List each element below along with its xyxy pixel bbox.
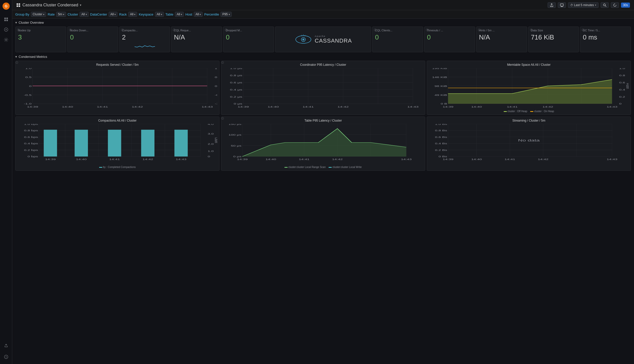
host-arrow: ▾ (200, 13, 201, 16)
streaming-title: Streaming / Cluster / 5m (429, 119, 629, 122)
svg-text:98 KiB: 98 KiB (434, 85, 447, 87)
coordinator-latency-chart: 1.0 μs 0.8 μs 0.6 μs 0.4 μs 0.2 μs 0 μs … (223, 68, 423, 109)
svg-marker-93 (448, 80, 612, 104)
home-icon[interactable] (2, 15, 10, 23)
cql-requests-card: ⓘ CQL Reque... N/A (171, 27, 222, 52)
svg-text:0.8: 0.8 (619, 74, 625, 77)
cql-requests-info[interactable]: ⓘ (173, 28, 175, 32)
nodes-down-info[interactable]: ⓘ (69, 28, 72, 32)
dashboard-icon[interactable] (2, 25, 10, 34)
svg-rect-2 (4, 18, 6, 19)
compactions-panel: Compactions All.All / Cluster (15, 116, 219, 171)
svg-text:0: 0 (215, 85, 217, 87)
svg-point-8 (5, 39, 7, 41)
svg-text:14:40: 14:40 (471, 158, 482, 160)
timeouts-info[interactable]: ⓘ (426, 28, 429, 32)
svg-text:14:39: 14:39 (443, 158, 454, 160)
table-latency-legend: cluster:cluster Local Range Scan cluster… (223, 166, 423, 168)
svg-rect-3 (6, 18, 8, 19)
nodes-up-info[interactable]: ⓘ (17, 28, 20, 32)
cluster-overview-chevron[interactable]: ▾ (15, 21, 17, 24)
requests-served-chart: 1.0 0.5 0 -0.5 -1.0 1.0 0.5 0 -0.5 -1.0 (18, 68, 217, 109)
nodes-up-card: ⓘ Nodes Up 3 (15, 27, 66, 52)
svg-text:49 KiB: 49 KiB (434, 94, 447, 96)
time-range-selector[interactable]: ⏱ Last 5 minutes ▾ (568, 2, 599, 8)
cluster-groupby-select[interactable]: Cluster ▾ (31, 12, 46, 17)
svg-text:146 KiB: 146 KiB (432, 76, 447, 79)
compaction-info[interactable]: ⓘ (121, 28, 124, 32)
datacenter-select[interactable]: All ▾ (109, 12, 118, 17)
rate-select[interactable]: 5m ▾ (56, 12, 66, 17)
svg-text:1.0: 1.0 (25, 68, 32, 70)
table-latency-title: Table P95 Latency / Cluster (223, 119, 423, 122)
svg-text:14:43: 14:43 (407, 106, 419, 108)
data-size-card: ⓘ Data Size 716 KiB (528, 27, 579, 52)
help-icon[interactable]: ? (2, 353, 10, 361)
sidebar: G ? (0, 0, 12, 364)
table-latency-info[interactable]: ⓘ (221, 117, 224, 120)
host-select[interactable]: All ▾ (194, 12, 203, 17)
cassandra-eye-icon (294, 33, 312, 46)
rack-label: Rack (119, 12, 127, 16)
charts-grid: ⓘ Requests Served / Cluster / 5m (15, 61, 631, 171)
share-button[interactable] (548, 2, 556, 8)
cql-clients-value: 0 (375, 34, 420, 41)
dropped-messages-info[interactable]: ⓘ (225, 28, 227, 32)
memtable-space-title: Memtable Space All.All / Cluster (429, 63, 629, 67)
data-size-info[interactable]: ⓘ (530, 28, 533, 32)
percentile-select[interactable]: P95 ▾ (221, 12, 231, 17)
svg-rect-11 (17, 3, 18, 5)
svg-marker-155 (242, 128, 406, 157)
refresh-interval-badge[interactable]: 30s (621, 3, 630, 8)
svg-text:0 bps: 0 bps (28, 155, 38, 158)
cluster-overview-header: ▾ Cluster Overview (15, 21, 631, 24)
signin-icon[interactable] (2, 342, 10, 350)
svg-text:14:41: 14:41 (97, 106, 108, 108)
svg-text:0.6: 0.6 (619, 81, 625, 84)
table-select[interactable]: All ▾ (175, 12, 184, 17)
cql-clients-card: ⓘ CQL Clients... 0 (372, 27, 423, 52)
svg-text:14:42: 14:42 (538, 158, 548, 160)
svg-text:1.0 Bs: 1.0 Bs (435, 124, 447, 125)
condensed-metrics-chevron[interactable]: ▾ (15, 55, 17, 59)
svg-text:0 Bs: 0 Bs (438, 155, 447, 158)
memtable-space-chart: 195 KiB 146 KiB 98 KiB 49 KiB 0 B 1.0 0.… (429, 68, 629, 109)
requests-served-info[interactable]: ⓘ (16, 61, 18, 64)
cql-clients-info[interactable]: ⓘ (374, 28, 377, 32)
cluster-overview-title: Cluster Overview (19, 21, 44, 24)
search-icon (603, 3, 606, 7)
keyspace-select[interactable]: All ▾ (155, 12, 164, 17)
svg-text:0.6 Bs: 0.6 Bs (435, 136, 447, 138)
nodes-down-card: ⓘ Nodes Down... 0 (67, 27, 118, 52)
svg-text:100 μs: 100 μs (228, 134, 241, 136)
gc-time-value: 0 ms (583, 34, 628, 41)
search-button[interactable] (601, 2, 609, 8)
svg-text:0.2 μs: 0.2 μs (230, 96, 242, 98)
rack-select[interactable]: All ▾ (128, 12, 137, 17)
tv-button[interactable] (558, 2, 566, 8)
keyspace-label: Keyspace (139, 12, 153, 16)
svg-text:14:39: 14:39 (237, 158, 248, 160)
svg-text:150 μs: 150 μs (228, 124, 241, 125)
compaction-title: Compactio... (122, 29, 167, 32)
tv-icon (560, 3, 564, 7)
settings-icon[interactable] (2, 36, 10, 44)
svg-text:No data: No data (518, 139, 540, 142)
svg-text:-1.0: -1.0 (24, 102, 32, 105)
coordinator-latency-info[interactable]: ⓘ (221, 61, 224, 64)
svg-rect-14 (19, 5, 20, 7)
svg-text:0: 0 (619, 102, 622, 105)
gc-time-card: ⓘ GC Time / 5... 0 ms (580, 27, 631, 52)
svg-text:0.8 bps: 0.8 bps (24, 129, 38, 132)
grafana-logo[interactable]: G (2, 2, 10, 10)
svg-text:0 μs: 0 μs (233, 155, 242, 158)
hints-info[interactable]: ⓘ (478, 28, 481, 32)
sidebar-bottom: ? (2, 341, 10, 362)
data-size-title: Data Size (531, 29, 576, 32)
cluster-filter-select[interactable]: All ▾ (80, 12, 88, 17)
gc-time-info[interactable]: ⓘ (582, 28, 584, 32)
refresh-icon-button[interactable] (611, 2, 619, 8)
svg-text:0.4: 0.4 (619, 88, 625, 91)
compactions-title: Compactions All.All / Cluster (18, 119, 217, 122)
cql-requests-value: N/A (174, 34, 219, 41)
